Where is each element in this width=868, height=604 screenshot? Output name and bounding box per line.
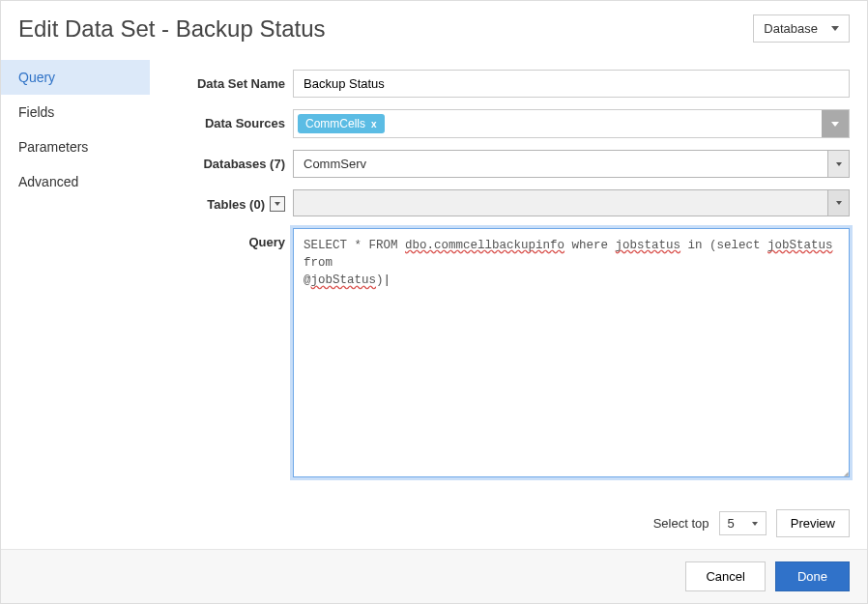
- caret-down-icon: [836, 201, 842, 205]
- select-top-value: 5: [728, 516, 735, 531]
- row-query: Query SELECT * FROM dbo.commcellbackupin…: [167, 228, 850, 486]
- tables-dropdown-arrow[interactable]: [827, 190, 849, 216]
- done-button[interactable]: Done: [775, 561, 850, 591]
- preview-bar: Select top 5 Preview: [1, 500, 867, 549]
- cancel-button[interactable]: Cancel: [685, 561, 765, 591]
- tables-reveal-button[interactable]: [270, 196, 285, 212]
- tag-commcells: CommCells x: [298, 114, 385, 133]
- databases-select[interactable]: CommServ: [293, 150, 850, 178]
- row-databases: Databases (7) CommServ: [167, 150, 850, 178]
- row-data-sources: Data Sources CommCells x: [167, 109, 850, 138]
- tag-label: CommCells: [305, 117, 365, 130]
- databases-value: CommServ: [294, 151, 827, 177]
- label-databases: Databases (7): [167, 150, 285, 171]
- query-textarea[interactable]: SELECT * FROM dbo.commcellbackupinfo whe…: [293, 228, 850, 477]
- caret-down-icon: [831, 26, 839, 31]
- dataset-type-label: Database: [764, 21, 818, 36]
- tab-parameters[interactable]: Parameters: [1, 129, 150, 164]
- dialog-header: Edit Data Set - Backup Status Database: [1, 1, 867, 56]
- caret-down-icon: [831, 122, 839, 127]
- tags-area: CommCells x: [294, 110, 822, 137]
- dialog-body: Query Fields Parameters Advanced Data Se…: [1, 56, 867, 500]
- tag-remove-icon[interactable]: x: [371, 119, 377, 129]
- caret-down-icon: [836, 162, 842, 166]
- dialog-footer: Cancel Done: [1, 549, 867, 603]
- tables-label-text: Tables (0): [207, 197, 265, 212]
- preview-button[interactable]: Preview: [776, 509, 850, 537]
- data-sources-multiselect[interactable]: CommCells x: [293, 109, 850, 138]
- label-data-sources: Data Sources: [167, 109, 285, 130]
- dialog-title: Edit Data Set - Backup Status: [18, 15, 326, 43]
- tables-select[interactable]: [293, 189, 850, 216]
- sidebar: Query Fields Parameters Advanced: [1, 56, 150, 500]
- row-tables: Tables (0): [167, 189, 850, 216]
- dataset-type-dropdown[interactable]: Database: [753, 14, 850, 43]
- label-tables: Tables (0): [167, 189, 285, 212]
- caret-down-icon: [275, 202, 280, 206]
- select-top-dropdown[interactable]: 5: [719, 511, 767, 535]
- tables-value: [294, 190, 827, 216]
- content-pane: Data Set Name Data Sources CommCells x: [150, 56, 867, 500]
- dataset-name-input[interactable]: [293, 70, 850, 98]
- caret-down-icon: [752, 522, 758, 526]
- label-query: Query: [167, 228, 285, 249]
- databases-dropdown-arrow[interactable]: [827, 151, 849, 177]
- select-top-label: Select top: [653, 516, 709, 531]
- edit-dataset-dialog: Edit Data Set - Backup Status Database Q…: [0, 0, 868, 604]
- tab-advanced[interactable]: Advanced: [1, 164, 150, 199]
- tab-query[interactable]: Query: [1, 60, 150, 95]
- row-dataset-name: Data Set Name: [167, 70, 850, 98]
- label-dataset-name: Data Set Name: [167, 70, 285, 91]
- tab-fields[interactable]: Fields: [1, 95, 150, 129]
- data-sources-dropdown-button[interactable]: [822, 110, 849, 137]
